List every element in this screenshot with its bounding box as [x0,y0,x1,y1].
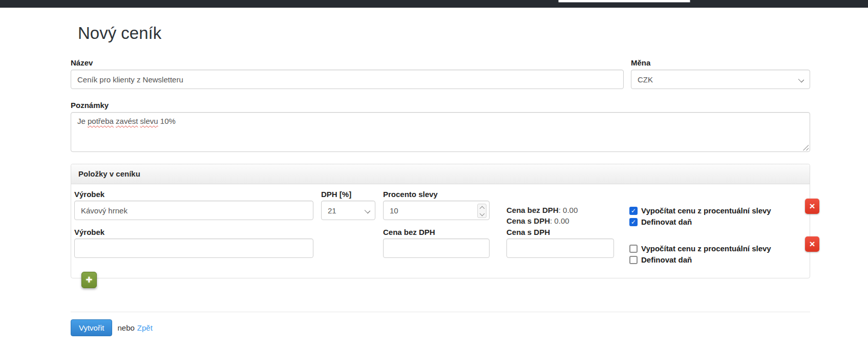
check-icon: ✓ [631,208,636,214]
vypocitat-slevu-label[interactable]: Vypočítat cenu z procentuální slevy [641,244,771,253]
cena-s-dph-label: Cena s DPH [506,228,614,236]
mena-select[interactable]: CZK [631,70,810,89]
separator-text: nebo [117,323,134,332]
nazev-input[interactable] [71,70,624,89]
items-panel-title: Položky v ceníku [71,164,810,184]
vypocitat-slevu-checkbox[interactable]: ✓ [629,207,638,215]
dph-select[interactable]: 21 [321,201,375,220]
definovat-dan-label[interactable]: Definovat daň [641,255,692,264]
procento-slevy-label: Procento slevy [383,190,490,198]
resize-grip-icon[interactable] [802,144,809,150]
top-navbar [0,0,868,8]
mena-label: Měna [631,59,810,67]
number-spinner[interactable] [477,204,486,218]
navbar-search-input[interactable] [558,0,690,3]
delete-row-button[interactable]: × [805,236,819,252]
cena-bez-dph-input[interactable] [383,238,490,258]
page-title: Nový ceník [78,22,810,45]
poznamky-textarea[interactable]: Je potřeba zavést slevu 10% [71,112,810,152]
nazev-label: Název [71,59,624,67]
item-row: Výrobek Cena bez DPH Cena s DPH ✓ [71,228,810,266]
delete-row-button[interactable]: × [805,199,819,214]
vypocitat-slevu-checkbox[interactable]: ✓ [629,245,638,253]
spinner-up-icon[interactable] [479,206,484,211]
dph-label: DPH [%] [321,190,375,198]
definovat-dan-label[interactable]: Definovat daň [641,217,692,226]
definovat-dan-checkbox[interactable]: ✓ [629,256,638,264]
cena-bez-dph-readout: Cena bez DPH: 0.00 [506,206,578,214]
vyrobek-input[interactable] [74,238,313,258]
submit-button[interactable]: Vytvořit [71,319,112,336]
definovat-dan-checkbox[interactable]: ✓ [629,218,638,226]
cena-bez-dph-label: Cena bez DPH [383,228,490,236]
vypocitat-slevu-label[interactable]: Vypočítat cenu z procentuální slevy [641,206,771,215]
procento-slevy-input[interactable] [383,201,490,220]
spinner-down-icon[interactable] [479,211,484,216]
mena-select-value: CZK [638,75,653,84]
plus-icon: + [86,273,93,286]
chevron-down-icon [798,77,804,82]
check-icon: ✓ [631,219,636,225]
add-row-button[interactable]: + [81,272,97,288]
cena-s-dph-readout: Cena s DPH: 0.00 [506,216,569,225]
vyrobek-input[interactable] [74,201,313,220]
dph-select-value: 21 [328,206,336,215]
cena-s-dph-input[interactable] [506,238,614,258]
close-icon: × [809,238,815,249]
vyrobek-label: Výrobek [74,190,313,198]
vyrobek-label: Výrobek [74,228,313,236]
chevron-down-icon [365,208,370,213]
back-link[interactable]: Zpět [137,323,153,332]
poznamky-label: Poznámky [71,101,810,109]
items-panel: Položky v ceníku Výrobek DPH [%] 21 Proc… [71,164,810,278]
item-row: Výrobek DPH [%] 21 Procento slevy [71,190,810,228]
close-icon: × [809,201,815,211]
page-container: Nový ceník Název Měna CZK Poznámky Je po… [71,22,810,336]
poznamky-text: Je potřeba zavést slevu 10% [77,117,176,125]
